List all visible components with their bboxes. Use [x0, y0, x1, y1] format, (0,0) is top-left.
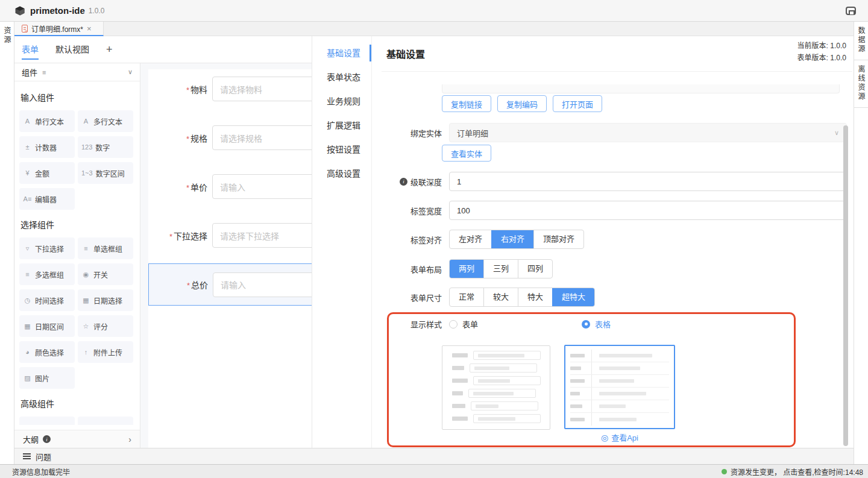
image-icon: ▨	[23, 374, 32, 382]
form-style-thumbnail[interactable]	[442, 345, 550, 430]
total-price-input[interactable]: 请输入	[213, 272, 312, 297]
sidebar-item-resources[interactable]: 资源	[2, 27, 12, 45]
bind-entity-select[interactable]: 订单明细 ∨	[449, 123, 847, 142]
field-label: 单价	[190, 183, 207, 192]
canvas-field-spec[interactable]: *规格 请选择规格	[148, 125, 312, 150]
four-column-option[interactable]: 四列	[518, 260, 552, 278]
status-right-text: 资源发生变更， 点击查看,检查时间:14:48	[731, 467, 863, 477]
radio-table-style-label[interactable]: 表格	[595, 318, 611, 330]
info-icon	[43, 435, 51, 443]
spec-select-input[interactable]: 请选择规格	[212, 125, 312, 150]
sidebar-item-datasource[interactable]: 数据源	[854, 27, 868, 60]
size-normal-option[interactable]: 正常	[450, 288, 483, 306]
tab-title: 订单明细.formx*	[31, 24, 83, 34]
required-mark: *	[187, 281, 190, 290]
component-item-rating[interactable]: ☆评分	[78, 315, 133, 337]
field-label: 下拉选择	[174, 231, 207, 241]
label-width-input[interactable]: 100	[449, 201, 847, 220]
unit-price-input[interactable]: 请输入	[212, 174, 312, 199]
component-item-clipped[interactable]	[19, 417, 75, 425]
nav-form-state[interactable]: 表单状态	[312, 65, 371, 89]
view-entity-button[interactable]: 查看实体	[442, 145, 491, 162]
form-canvas[interactable]: *物料 请选择物料 *规格 请选择规格 *单价 请输入 *下拉选择 请选择下拉选…	[140, 63, 312, 448]
align-left-option[interactable]: 左对齐	[450, 230, 491, 248]
form-size-segmented: 正常 较大 特大 超特大	[449, 288, 595, 307]
radio-form-style[interactable]	[449, 320, 458, 329]
radio-table-style[interactable]	[582, 320, 590, 329]
close-icon[interactable]: ×	[87, 24, 92, 33]
current-version: 1.0.0	[830, 42, 846, 50]
material-select-input[interactable]: 请选择物料	[212, 77, 312, 101]
component-item-number-range[interactable]: 1~3数字区间	[78, 162, 133, 184]
copy-code-button[interactable]: 复制编码	[497, 95, 547, 112]
resource-change-notice[interactable]: 资源发生变更， 点击查看,检查时间:14:48	[722, 467, 863, 477]
table-style-thumbnail[interactable]	[564, 345, 675, 429]
size-xxlarge-option[interactable]: 超特大	[552, 288, 594, 306]
form-size-row: 表单尺寸 正常 较大 特大 超特大	[385, 288, 595, 307]
eye-icon: ◎	[601, 433, 608, 442]
copy-link-button[interactable]: 复制链接	[442, 95, 491, 112]
required-mark: *	[186, 183, 189, 192]
component-item-single-line-text[interactable]: A单行文本	[19, 110, 75, 132]
component-item-image[interactable]: ▨图片	[19, 367, 75, 389]
component-item-date-range[interactable]: ▦日期区间	[19, 315, 75, 337]
align-right-option[interactable]: 右对齐	[491, 230, 533, 248]
component-item-attachment-upload[interactable]: ↑附件上传	[78, 341, 133, 363]
component-item-amount[interactable]: ¥金额	[19, 162, 75, 184]
component-item-number[interactable]: 123数字	[78, 136, 133, 158]
calendar-range-icon: ▦	[23, 322, 32, 330]
select-components-grid: ▿下拉选择 ≡单选框组 ≡多选框组 ◉开关 ◷时间选择 ▦日期选择 ▦日期区间 …	[19, 237, 135, 389]
chevron-down-icon: ∨	[834, 129, 839, 137]
chevron-down-icon[interactable]: ∨	[128, 68, 133, 76]
nav-advanced-settings[interactable]: 高级设置	[312, 162, 371, 186]
radio-form-style-label[interactable]: 表单	[462, 318, 478, 330]
nav-business-rules[interactable]: 业务规则	[312, 89, 371, 113]
canvas-field-material[interactable]: *物料 请选择物料	[148, 77, 312, 101]
add-view-button[interactable]: +	[106, 43, 113, 56]
nav-basic-settings[interactable]: 基础设置	[312, 41, 371, 65]
tab-form[interactable]: 表单	[22, 36, 39, 63]
selected-component-total-price[interactable]: *总价 请输入	[148, 263, 312, 306]
component-item-time-picker[interactable]: ◷时间选择	[19, 289, 75, 311]
component-item-multi-line-text[interactable]: A多行文本	[78, 110, 133, 132]
sidebar-item-offline-resources[interactable]: 离线资源	[854, 65, 868, 108]
component-item-clipped[interactable]	[78, 417, 133, 425]
size-large-option[interactable]: 较大	[483, 288, 518, 306]
tab-default-view[interactable]: 默认视图	[55, 36, 89, 63]
two-column-option[interactable]: 两列	[450, 260, 483, 278]
canvas-field-dropdown[interactable]: *下拉选择 请选择下拉选择	[148, 223, 312, 248]
form-layout-row: 表单布局 两列 三列 四列	[385, 259, 553, 278]
component-item-dropdown[interactable]: ▿下拉选择	[19, 237, 75, 259]
view-api-link[interactable]: ◎ 查看Api	[564, 432, 675, 443]
tab-order-detail-formx[interactable]: 订单明细.formx* ×	[14, 22, 104, 36]
open-page-button[interactable]: 打开页面	[553, 95, 602, 112]
component-item-radio-group[interactable]: ≡单选框组	[78, 237, 133, 259]
dropdown-select-input[interactable]: 请选择下拉选择	[212, 223, 312, 248]
input-components-grid: A单行文本 A多行文本 ±计数器 123数字 ¥金额 1~3数字区间 A≡编辑器	[19, 110, 135, 210]
canvas-field-unit-price[interactable]: *单价 请输入	[148, 174, 312, 199]
component-item-color-picker[interactable]: ◕颜色选择	[19, 341, 75, 363]
component-item-counter[interactable]: ±计数器	[19, 136, 75, 158]
app-version: 1.0.0	[89, 7, 105, 15]
size-xlarge-option[interactable]: 特大	[518, 288, 552, 306]
components-scroll[interactable]: 输入组件 A单行文本 A多行文本 ±计数器 123数字 ¥金额 1~3数字区间 …	[14, 81, 140, 430]
display-style-row: 显示样式 表单 表格	[385, 318, 611, 330]
outline-bar[interactable]: 大纲 ›	[14, 430, 140, 448]
cascade-depth-input[interactable]: 1	[449, 172, 847, 191]
components-header[interactable]: 组件 ≡ ∨	[14, 63, 140, 81]
save-icon[interactable]	[846, 7, 856, 15]
problems-bar[interactable]: 问题	[14, 448, 854, 464]
component-item-editor[interactable]: A≡编辑器	[19, 188, 75, 210]
form-size-label: 表单尺寸	[385, 292, 442, 303]
version-info: 当前版本: 1.0.0 表单版本: 1.0.0	[797, 40, 846, 64]
component-item-switch[interactable]: ◉开关	[78, 263, 133, 285]
three-column-option[interactable]: 三列	[483, 260, 518, 278]
nav-button-settings[interactable]: 按钮设置	[312, 137, 371, 162]
problems-label: 问题	[36, 451, 51, 462]
menu-icon: ≡	[42, 69, 46, 76]
nav-extension-logic[interactable]: 扩展逻辑	[312, 113, 371, 137]
component-item-date-picker[interactable]: ▦日期选择	[78, 289, 133, 311]
panel-scrollbar[interactable]	[843, 125, 848, 446]
component-item-checkbox-group[interactable]: ≡多选框组	[19, 263, 75, 285]
align-top-option[interactable]: 顶部对齐	[533, 230, 583, 248]
